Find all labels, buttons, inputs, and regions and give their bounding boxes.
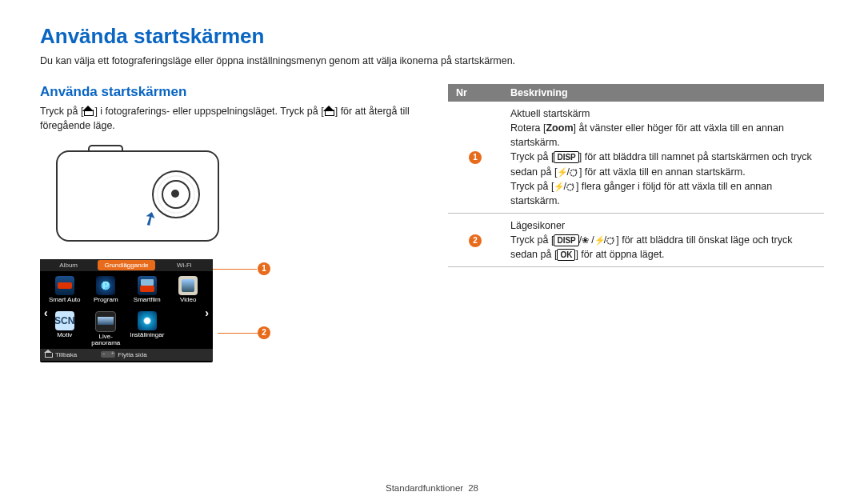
smart-auto-icon: [55, 276, 74, 295]
col-nr: Nr: [448, 84, 502, 102]
ok-button-label: OK: [557, 249, 575, 261]
mode-program[interactable]: P Program: [86, 276, 126, 308]
tab-album[interactable]: Album: [40, 259, 97, 271]
home-screen-mock: Album Grundläggande Wi-Fi ‹ › Smart Auto…: [40, 259, 213, 362]
mode-label: Smart Auto: [49, 297, 81, 303]
mode-live-panorama[interactable]: Live-panorama: [86, 311, 126, 347]
home-icon: [45, 351, 53, 358]
mode-label: Video: [180, 297, 196, 303]
flash-icon: [557, 166, 566, 176]
disp-button-label: DISP: [554, 234, 578, 246]
mode-settings[interactable]: Inställningar: [127, 311, 167, 347]
instruction-text: Tryck på [] i fotograferings- eller upps…: [40, 105, 416, 133]
mode-video[interactable]: Video: [169, 276, 209, 308]
tab-basic[interactable]: Grundläggande: [98, 260, 154, 270]
mode-smartfilm[interactable]: Smartfilm: [127, 276, 167, 308]
video-icon: [178, 276, 198, 295]
row-badge-1: 1: [469, 151, 482, 164]
flash-icon: [554, 181, 563, 190]
callout-line: [218, 333, 258, 334]
tab-wifi[interactable]: Wi-Fi: [156, 259, 213, 271]
mode-label: Live-panorama: [86, 334, 126, 347]
camera-diagram: ➚: [40, 142, 232, 246]
table-row: 1 Aktuell startskärm Rotera [Zoom] åt vä…: [448, 102, 824, 213]
section-title: Använda startskärmen: [40, 84, 416, 100]
smartfilm-icon: [138, 276, 157, 295]
mode-label: Inställningar: [130, 332, 164, 338]
tab-bar: Album Grundläggande Wi-Fi: [40, 259, 213, 271]
scene-icon: SCN: [55, 311, 74, 330]
home-icon: [83, 106, 94, 116]
disp-button-label: DISP: [554, 151, 578, 163]
bottom-bar: Tillbaka Flytta sida: [40, 349, 213, 361]
timer-icon: [566, 181, 576, 190]
program-icon: P: [96, 276, 115, 295]
page-title: Använda startskärmen: [40, 24, 824, 49]
mode-smart-auto[interactable]: Smart Auto: [45, 276, 85, 308]
chevron-left-icon[interactable]: ‹: [42, 306, 50, 319]
table-row: 2 Lägesikoner Tryck på [DISP///] för att…: [448, 213, 824, 266]
col-desc: Beskrivning: [502, 84, 824, 102]
settings-icon: [138, 311, 157, 330]
callout-line: [213, 269, 257, 270]
move-page-hint: Flytta sida: [101, 351, 146, 358]
timer-icon: [570, 166, 579, 176]
home-icon: [324, 106, 335, 116]
chevron-right-icon[interactable]: ›: [202, 306, 211, 319]
flash-icon: [594, 234, 604, 244]
mode-label: Program: [94, 297, 118, 303]
panorama-icon: [95, 311, 116, 332]
mode-label: Motiv: [57, 332, 72, 338]
zoom-rocker-icon: [101, 351, 115, 358]
macro-icon: [582, 234, 591, 244]
intro-text: Du kan välja ett fotograferingsläge elle…: [40, 55, 824, 66]
back-hint: Tillbaka: [45, 351, 77, 358]
timer-icon: [606, 234, 616, 244]
mode-label: Smartfilm: [134, 297, 161, 303]
mode-motiv[interactable]: SCN Motiv: [45, 311, 85, 347]
description-table: Nr Beskrivning 1 Aktuell startskärm Rote…: [448, 84, 824, 267]
callout-1: 1: [258, 262, 270, 275]
row-badge-2: 2: [469, 234, 482, 247]
page-footer: Standardfunktioner28: [0, 483, 864, 493]
callout-2: 2: [258, 326, 270, 339]
